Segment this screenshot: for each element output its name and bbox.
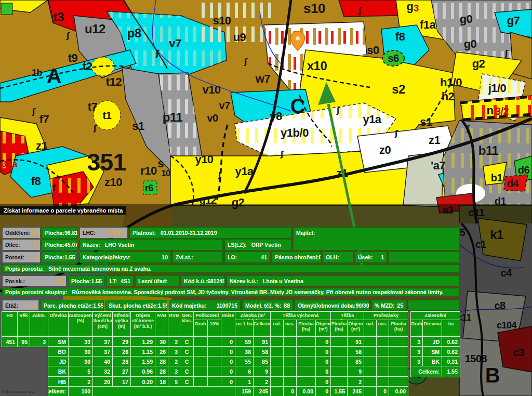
table-cell: 0.20 bbox=[130, 376, 155, 387]
field-pasmo-ohrozeni: Pásmo ohrožení:D bbox=[272, 252, 321, 263]
table-cell bbox=[364, 366, 377, 377]
field-por-sk: Por.sk.:10 bbox=[2, 275, 66, 286]
total-zasoba-ha: 159 bbox=[235, 386, 254, 396]
group-header-zasoba-m-b-k: Zásoba (m³ b.k.) bbox=[235, 311, 271, 320]
por-sk-value: 10 bbox=[57, 278, 63, 284]
sub-header-ha: ha bbox=[442, 320, 460, 336]
total-vychovna: 0.00 bbox=[296, 386, 316, 396]
table-cell: 2 bbox=[168, 336, 180, 347]
field-popis-porostu: Popis porostu:Silně mezernatá kmenovina … bbox=[2, 265, 460, 273]
etaz-label: Etáž: bbox=[5, 302, 18, 309]
total-obnovni: 1.55 bbox=[330, 386, 348, 396]
zalesneni-cell: 0.31 bbox=[442, 356, 460, 367]
sub-header-druh: Druh bbox=[193, 320, 208, 336]
zalesneni-cell: JD bbox=[422, 336, 442, 347]
majitel-label: Majitel: bbox=[296, 230, 315, 236]
kategorie-prekryv-label: Kategorie/překryv: bbox=[83, 254, 131, 260]
zalesneni-cell: 3 bbox=[410, 346, 423, 357]
total-vychovna: 0 bbox=[283, 386, 297, 396]
field-dilec: Dílec:C bbox=[2, 239, 41, 250]
col-header-vycetni-tloustka-cm: Výčetní tloušťka (cm) bbox=[92, 311, 113, 336]
nazev-k-u-value: Lhota u Vsetína bbox=[263, 278, 303, 284]
zalesneni-cell: 0.62 bbox=[442, 346, 460, 357]
field-plocha: Plocha:45.07 bbox=[42, 239, 78, 250]
total-label: Celkem: bbox=[48, 386, 69, 396]
table-cell: 0 bbox=[221, 346, 235, 357]
field-plocha: Plocha:1.55 bbox=[68, 275, 105, 286]
table-cell: 9 bbox=[347, 366, 364, 377]
table-cell: 58 bbox=[347, 346, 364, 357]
total-spacer bbox=[92, 386, 235, 396]
col-header-vek: Věk bbox=[17, 311, 30, 336]
col-header-zastoupeni: Zastoupení (%) bbox=[68, 311, 93, 336]
total-zastoupeni: 100 bbox=[68, 386, 93, 396]
pasmo-ohrozeni-label: Pásmo ohrožení: bbox=[275, 254, 319, 260]
field-popis-porostni-skupiny: Popis porostní skupiny:Různověká kmenovi… bbox=[2, 288, 460, 296]
table-cell bbox=[207, 376, 221, 387]
sub-header-na-1-ha: na 1 ha bbox=[235, 320, 254, 336]
table-cell: BO bbox=[48, 346, 69, 357]
table-cell bbox=[283, 356, 297, 367]
ls-lz-value: ORP Vsetín bbox=[251, 242, 281, 248]
table-cell: 0 bbox=[315, 346, 331, 357]
field-mzd: % MZD:25 bbox=[371, 300, 406, 311]
parc-plocha-etaze-label: Parc. plocha etáže: bbox=[44, 302, 93, 309]
table-cell bbox=[283, 376, 297, 387]
table-cell bbox=[364, 376, 377, 387]
skut-plocha-etaze-value: 1.55 bbox=[158, 302, 167, 309]
zalesneni-cell: 3 bbox=[410, 336, 423, 347]
porost-label: Porost: bbox=[5, 254, 24, 260]
field-kod-k-u: Kód k.ú.:681245 bbox=[181, 275, 225, 286]
info-panel: Získat informace o parcele vybraného mís… bbox=[0, 0, 532, 396]
obmyti-obnovni-doba-label: Obmýtí/obnovní doba: bbox=[298, 302, 355, 309]
kod-k-u-label: Kód k.ú.: bbox=[184, 278, 207, 284]
table-cell: 30 bbox=[68, 356, 93, 367]
total-zasoba-celkem: 245 bbox=[253, 386, 271, 396]
table-cell: 85 bbox=[253, 356, 271, 367]
field-cell bbox=[389, 252, 460, 263]
lt-label: LT: bbox=[110, 278, 117, 284]
total-vychovna: 0 bbox=[315, 386, 331, 396]
lt-value: 4S1 bbox=[121, 278, 130, 284]
olh-label: OLH: bbox=[326, 254, 339, 260]
field-ls-lz: LS(LZ):ORP Vsetín bbox=[224, 239, 291, 250]
table-cell bbox=[270, 346, 284, 357]
table-cell: 1.15 bbox=[130, 346, 155, 357]
table-cell: 0 bbox=[315, 356, 331, 367]
obmyti-obnovni-doba-value: 90/30 bbox=[355, 302, 369, 309]
table-cell bbox=[364, 336, 377, 347]
table-cell: C bbox=[180, 356, 194, 367]
field-majitel: Majitel: bbox=[293, 227, 460, 250]
total-obnovni: 245 bbox=[347, 386, 364, 396]
table-cell: 6 bbox=[235, 366, 254, 377]
pasmo-ohrozeni-value: D bbox=[319, 254, 321, 260]
table-cell: 0.96 bbox=[130, 366, 155, 377]
table-cell bbox=[330, 336, 348, 347]
popis-porostu-value: Silně mezernatá kmenovina na Z svahu. bbox=[48, 266, 151, 272]
table-cell bbox=[193, 376, 208, 387]
table-cell bbox=[296, 366, 316, 377]
table-cell: 3 bbox=[168, 366, 180, 377]
table-cell bbox=[376, 366, 389, 377]
group-header-poskozeni: Poškození bbox=[193, 311, 221, 320]
field-parc-plocha-etaze: Parc. plocha etáže:1.55 bbox=[41, 300, 104, 311]
table-cell: 58 bbox=[253, 346, 271, 357]
kod-majetku-value: 1100715 bbox=[217, 302, 237, 309]
oddeleni-value: 351 bbox=[30, 230, 39, 236]
table-cell: 38 bbox=[235, 346, 254, 357]
zalesneni-cell: BK bbox=[422, 356, 442, 367]
plocha-value: 1.55 bbox=[91, 278, 102, 284]
table-cell: 5 bbox=[68, 366, 93, 377]
mzd-value: 25 bbox=[397, 302, 403, 309]
table-cell bbox=[207, 366, 221, 377]
field-lesni-urad: Lesní úřad: bbox=[135, 275, 179, 286]
table-cell: JD bbox=[48, 356, 69, 367]
table-cell bbox=[389, 356, 408, 367]
stand-table: HSVěkZakm.DřevinaZastoupení (%)Výčetní t… bbox=[2, 311, 408, 396]
table-cell bbox=[207, 346, 221, 357]
table-cell: 0 bbox=[221, 366, 235, 377]
platnost-label: Platnost: bbox=[132, 230, 156, 236]
group-header-tezba-obnovni: Těžba obnovní bbox=[330, 311, 364, 320]
table-cell: 0 bbox=[315, 336, 331, 347]
table-cell: 91 bbox=[253, 336, 271, 347]
